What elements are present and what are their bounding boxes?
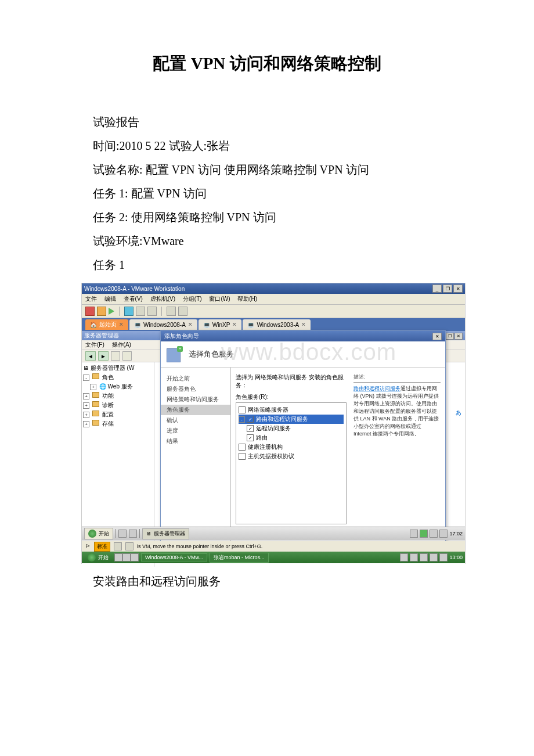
quick-launch-icon[interactable] — [122, 553, 131, 561]
cb-nps[interactable]: 网络策略服务器 — [239, 405, 344, 415]
checkbox-icon[interactable] — [239, 406, 246, 413]
fullscreen-icon[interactable] — [167, 307, 176, 316]
guest-start-button[interactable]: 开始 — [84, 528, 113, 539]
nav-icon[interactable] — [122, 351, 132, 361]
nav-fwd-icon[interactable]: ► — [98, 351, 109, 361]
tree-features[interactable]: + 功能 — [83, 391, 153, 401]
sm-side-link[interactable]: あ — [456, 409, 461, 417]
tab-close-icon[interactable]: ✕ — [232, 322, 237, 327]
host-task-vmware[interactable]: Windows2008-A - VMw... — [141, 553, 207, 561]
cb-hra[interactable]: 健康注册机构 — [239, 442, 344, 452]
taskbar-task[interactable]: 🖥 服务器管理器 — [142, 528, 189, 539]
quick-launch-icon[interactable] — [118, 530, 127, 538]
checkbox-icon[interactable] — [247, 416, 254, 423]
tree-web[interactable]: + 🌐 Web 服务 — [90, 382, 153, 391]
nav-back-icon[interactable]: ◄ — [85, 351, 96, 361]
menu-edit[interactable]: 编辑 — [104, 296, 116, 302]
tab-vm3[interactable]: 💻 Windows2003-A ✕ — [243, 319, 311, 330]
tree-diag-label: 诊断 — [102, 402, 114, 408]
wizard-right-panel: 描述: 路由和远程访问服务通过虚拟专用网络 (VPN) 或拨号连接为远程用户提供… — [353, 373, 441, 537]
cb-rras[interactable]: - 路由和远程访问服务 — [239, 415, 344, 424]
checkbox-icon[interactable] — [247, 434, 254, 441]
wiz-nav-progress[interactable]: 进度 — [161, 426, 230, 436]
quick-launch-icon[interactable] — [129, 530, 137, 538]
tray-icon[interactable] — [420, 553, 428, 561]
tray-icon[interactable] — [420, 530, 428, 538]
toolbar-icon[interactable] — [147, 307, 157, 316]
checkbox-group-label: 角色服务(R): — [236, 393, 347, 401]
tab-vm1[interactable]: 💻 Windows2008-A ✕ — [129, 319, 197, 330]
tray-icon[interactable] — [410, 553, 418, 561]
cb-ras[interactable]: 远程访问服务 — [247, 424, 344, 433]
tray-icon[interactable] — [430, 530, 438, 538]
menu-view[interactable]: 查看(V) — [124, 296, 143, 302]
host-start-button[interactable]: 开始 — [84, 553, 112, 562]
expand-icon[interactable]: + — [90, 384, 96, 390]
cb-routing[interactable]: 路由 — [247, 433, 344, 442]
unity-icon[interactable] — [178, 307, 187, 316]
status-icon[interactable] — [114, 542, 122, 550]
menu-help[interactable]: 帮助(H) — [237, 296, 257, 302]
toolbar-icon[interactable] — [136, 307, 145, 316]
windows-orb-icon — [88, 553, 96, 561]
expand-icon[interactable]: + — [83, 412, 89, 418]
expand-icon[interactable]: + — [83, 393, 89, 399]
wiz-nav-roles[interactable]: 服务器角色 — [161, 384, 230, 394]
close-button[interactable]: ✕ — [453, 285, 463, 293]
vmware-toolbar — [82, 305, 465, 318]
checkbox-icon[interactable] — [239, 453, 246, 460]
menu-vm[interactable]: 虚拟机(V) — [150, 296, 175, 302]
tab-home[interactable]: 🏠 起始页 ✕ — [85, 319, 128, 330]
wiz-nav-nps[interactable]: 网络策略和访问服务 — [161, 394, 230, 405]
minimize-button[interactable]: _ — [432, 285, 442, 293]
expand-icon[interactable]: - — [83, 375, 89, 381]
tab-vm2[interactable]: 💻 WinXP ✕ — [199, 319, 242, 330]
tray-icon[interactable] — [430, 553, 438, 561]
menu-file[interactable]: 文件 — [85, 296, 97, 302]
quick-launch-icon[interactable] — [114, 553, 122, 561]
power-off-icon[interactable] — [85, 307, 95, 316]
wiz-nav-before[interactable]: 开始之前 — [161, 373, 230, 384]
checkbox-icon[interactable] — [239, 444, 246, 451]
power-on-icon[interactable] — [109, 308, 114, 315]
host-task-word[interactable]: 张岩moban - Micros... — [210, 553, 269, 563]
menu-windows[interactable]: 窗口(W) — [209, 296, 230, 302]
description-text: 通过虚拟专用网络 (VPN) 或拨号连接为远程用户提供对专用网络上资源的访问。使… — [353, 386, 439, 437]
tree-store[interactable]: + 存储 — [83, 419, 153, 429]
tree-root[interactable]: 🖥 服务器管理器 (W — [83, 363, 153, 373]
tray-icon[interactable] — [439, 530, 448, 538]
expand-icon[interactable]: - — [239, 416, 245, 423]
snapshot-icon[interactable] — [124, 307, 134, 316]
tree-diag[interactable]: + 诊断 — [83, 401, 153, 410]
close-button[interactable]: ✕ — [454, 333, 463, 340]
maximize-button[interactable]: ❐ — [443, 285, 452, 293]
tray-icon[interactable] — [439, 553, 448, 561]
vmware-menu[interactable]: 文件 编辑 查看(V) 虚拟机(V) 分组(T) 窗口(W) 帮助(H) — [82, 294, 465, 305]
tree-roles[interactable]: - 角色 — [83, 373, 153, 382]
description-link[interactable]: 路由和远程访问服务 — [353, 386, 400, 391]
host-clock: 13:00 — [449, 555, 463, 560]
status-icon[interactable] — [125, 542, 134, 550]
nav-icon[interactable] — [111, 351, 120, 361]
wiz-nav-result[interactable]: 结果 — [161, 436, 230, 447]
sm-menu-op[interactable]: 操作(A) — [112, 341, 131, 348]
tab-close-icon[interactable]: ✕ — [301, 322, 306, 327]
maximize-button[interactable]: ❐ — [446, 333, 454, 340]
wizard-close-button[interactable]: ✕ — [432, 333, 442, 340]
tree-conf[interactable]: + 配置 — [83, 410, 153, 419]
tab-close-icon[interactable]: ✕ — [119, 322, 124, 327]
tray-icon[interactable] — [400, 553, 408, 561]
menu-team[interactable]: 分组(T) — [183, 296, 202, 302]
cb-hcap[interactable]: 主机凭据授权协议 — [239, 452, 344, 461]
expand-icon[interactable]: + — [83, 421, 89, 427]
wiz-nav-roleservices[interactable]: 角色服务 — [161, 405, 230, 415]
sm-menu-file[interactable]: 文件(F) — [85, 341, 104, 348]
checkbox-icon[interactable] — [247, 425, 254, 432]
wiz-nav-confirm[interactable]: 确认 — [161, 415, 230, 426]
expand-icon[interactable]: + — [83, 402, 89, 409]
suspend-icon[interactable] — [97, 307, 106, 316]
tray-icon[interactable] — [410, 530, 418, 538]
tab-close-icon[interactable]: ✕ — [188, 322, 193, 327]
quick-launch-icon[interactable] — [131, 553, 139, 561]
status-flag-icon: 🏳 — [85, 543, 91, 549]
